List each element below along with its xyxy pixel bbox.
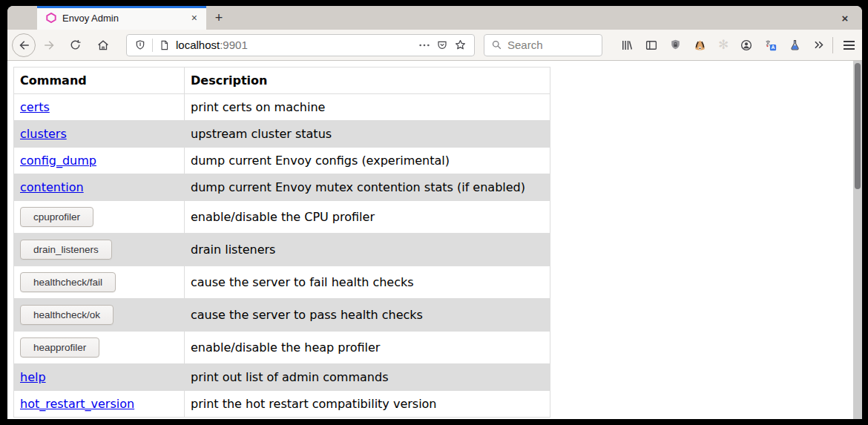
description-cell: enable/disable the CPU profiler <box>185 201 550 234</box>
tab-strip-space <box>231 6 831 30</box>
command-link[interactable]: contention <box>20 180 84 194</box>
command-link[interactable]: help <box>20 370 46 384</box>
table-row: healthcheck/okcause the server to pass h… <box>14 299 550 332</box>
command-button[interactable]: healthcheck/fail <box>20 272 116 292</box>
table-row: heapprofilerenable/disable the heap prof… <box>14 332 550 364</box>
command-button[interactable]: drain_listeners <box>20 240 112 260</box>
command-cell: drain_listeners <box>14 234 185 266</box>
description-cell: cause the server to pass health checks <box>185 299 550 332</box>
command-cell: cpuprofiler <box>14 201 185 234</box>
account-icon[interactable] <box>740 39 753 52</box>
home-icon <box>96 39 110 52</box>
flask-icon[interactable] <box>789 39 801 52</box>
description-cell: print the hot restart compatibility vers… <box>185 391 550 418</box>
command-cell: help <box>14 364 185 391</box>
command-column-header: Command <box>14 67 185 94</box>
command-link[interactable]: config_dump <box>20 154 96 168</box>
privacy-badger-icon[interactable] <box>693 39 707 52</box>
command-link[interactable]: certs <box>20 100 50 114</box>
toolbar-separator <box>832 37 833 53</box>
command-table-body: certsprint certs on machineclustersupstr… <box>14 94 550 418</box>
navigation-toolbar: localhost:9901 <box>7 30 862 61</box>
description-cell: dump current Envoy configs (experimental… <box>185 148 550 174</box>
table-row: clustersupstream cluster status <box>14 121 550 148</box>
tab-strip-lead <box>7 6 37 30</box>
sidebar-icon[interactable] <box>645 39 658 52</box>
command-link[interactable]: clusters <box>20 127 67 141</box>
page-actions-icon[interactable] <box>418 43 430 47</box>
envoy-admin-page: Command Description certsprint certs on … <box>7 61 853 419</box>
url-host: localhost <box>176 39 220 51</box>
command-cell: healthcheck/ok <box>14 299 185 332</box>
page-icon[interactable] <box>159 39 170 51</box>
tab-bar: Envoy Admin × + × <box>7 6 862 30</box>
browser-window: Envoy Admin × + × <box>7 6 862 419</box>
translate-icon[interactable]: A <box>764 39 777 52</box>
tab-close-icon[interactable]: × <box>188 12 200 24</box>
table-row: config_dumpdump current Envoy configs (e… <box>14 148 550 174</box>
tab-title: Envoy Admin <box>62 13 183 24</box>
new-tab-button[interactable]: + <box>206 6 231 30</box>
command-cell: config_dump <box>14 148 185 174</box>
command-link[interactable]: hot_restart_version <box>20 397 134 411</box>
search-bar[interactable] <box>484 34 602 56</box>
table-row: hot_restart_versionprint the hot restart… <box>14 391 550 418</box>
command-cell: healthcheck/fail <box>14 266 185 299</box>
reload-button[interactable] <box>64 34 86 56</box>
library-icon[interactable] <box>620 39 634 52</box>
command-cell: hot_restart_version <box>14 391 185 418</box>
table-row: drain_listenersdrain listeners <box>14 234 550 266</box>
table-row: certsprint certs on machine <box>14 94 550 121</box>
svg-text:A: A <box>772 45 775 50</box>
tab-envoy-admin[interactable]: Envoy Admin × <box>37 6 206 30</box>
toolbar-extension-area: ✻ A <box>620 39 825 52</box>
description-cell: enable/disable the heap profiler <box>185 332 550 364</box>
urlbar-separator <box>152 39 153 52</box>
table-row: contentiondump current Envoy mutex conte… <box>14 174 550 201</box>
command-cell: clusters <box>14 121 185 148</box>
window-close-button[interactable]: × <box>831 6 859 30</box>
extension-shield-lock-icon[interactable] <box>669 39 682 51</box>
vertical-scrollbar[interactable] <box>853 61 862 419</box>
bookmark-star-icon[interactable] <box>454 39 467 51</box>
forward-arrow-icon <box>43 39 56 52</box>
pocket-icon[interactable] <box>436 39 448 51</box>
description-cell: drain listeners <box>185 234 550 266</box>
description-cell: cause the server to fail health checks <box>185 266 550 299</box>
table-header-row: Command Description <box>14 67 550 94</box>
search-icon <box>491 39 502 50</box>
command-button[interactable]: healthcheck/ok <box>20 305 114 325</box>
command-cell: certs <box>14 94 185 121</box>
command-button[interactable]: cpuprofiler <box>20 207 93 227</box>
back-arrow-icon <box>17 39 30 52</box>
tracking-protection-shield-icon[interactable] <box>134 39 146 51</box>
home-button[interactable] <box>92 34 114 56</box>
url-port: :9901 <box>220 39 248 51</box>
table-row: healthcheck/failcause the server to fail… <box>14 266 550 299</box>
command-cell: contention <box>14 174 185 201</box>
scrollbar-thumb[interactable] <box>855 63 861 189</box>
command-table: Command Description certsprint certs on … <box>13 67 550 418</box>
desktop-background: Envoy Admin × + × <box>0 0 868 425</box>
table-row: helpprint out list of admin commands <box>14 364 550 391</box>
page-content: Command Description certsprint certs on … <box>7 61 862 419</box>
menu-icon[interactable] <box>841 38 858 53</box>
description-cell: upstream cluster status <box>185 121 550 148</box>
reload-icon <box>69 39 82 51</box>
back-button[interactable] <box>12 33 36 57</box>
description-cell: print certs on machine <box>185 94 550 121</box>
search-input[interactable] <box>507 39 595 51</box>
envoy-favicon-icon <box>46 13 56 23</box>
url-bar[interactable]: localhost:9901 <box>126 34 475 56</box>
description-cell: print out list of admin commands <box>185 364 550 391</box>
description-column-header: Description <box>185 67 550 94</box>
extension-dim-icon[interactable]: ✻ <box>718 39 729 51</box>
url-text[interactable]: localhost:9901 <box>176 39 412 51</box>
command-button[interactable]: heapprofiler <box>20 337 99 358</box>
table-row: cpuprofilerenable/disable the CPU profil… <box>14 201 550 234</box>
overflow-chevron-icon[interactable] <box>812 39 825 51</box>
forward-button[interactable] <box>39 34 61 56</box>
description-cell: dump current Envoy mutex contention stat… <box>185 174 550 201</box>
command-cell: heapprofiler <box>14 332 185 364</box>
